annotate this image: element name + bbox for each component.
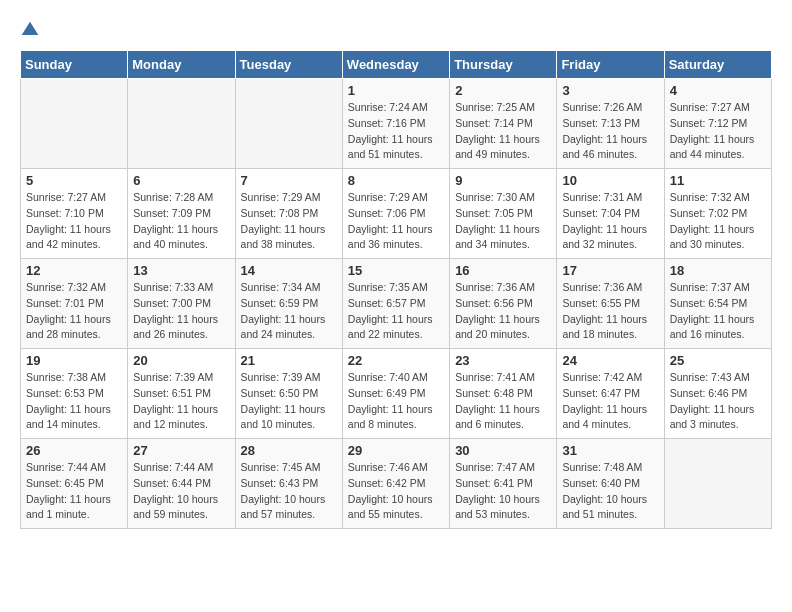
calendar-cell: 11 Sunrise: 7:32 AM Sunset: 7:02 PM Dayl…	[664, 169, 771, 259]
sunset-text: Sunset: 6:44 PM	[133, 477, 211, 489]
day-info: Sunrise: 7:28 AM Sunset: 7:09 PM Dayligh…	[133, 190, 229, 253]
sunrise-text: Sunrise: 7:24 AM	[348, 101, 428, 113]
daylight-text: Daylight: 11 hours and 8 minutes.	[348, 403, 433, 431]
calendar-cell	[664, 439, 771, 529]
weekday-header-wednesday: Wednesday	[342, 51, 449, 79]
day-number: 24	[562, 353, 658, 368]
calendar-cell: 25 Sunrise: 7:43 AM Sunset: 6:46 PM Dayl…	[664, 349, 771, 439]
sunrise-text: Sunrise: 7:43 AM	[670, 371, 750, 383]
sunrise-text: Sunrise: 7:28 AM	[133, 191, 213, 203]
day-number: 31	[562, 443, 658, 458]
day-number: 18	[670, 263, 766, 278]
daylight-text: Daylight: 11 hours and 18 minutes.	[562, 313, 647, 341]
calendar-cell: 30 Sunrise: 7:47 AM Sunset: 6:41 PM Dayl…	[450, 439, 557, 529]
calendar-cell: 19 Sunrise: 7:38 AM Sunset: 6:53 PM Dayl…	[21, 349, 128, 439]
calendar-week-row: 5 Sunrise: 7:27 AM Sunset: 7:10 PM Dayli…	[21, 169, 772, 259]
day-info: Sunrise: 7:34 AM Sunset: 6:59 PM Dayligh…	[241, 280, 337, 343]
sunset-text: Sunset: 6:42 PM	[348, 477, 426, 489]
day-number: 16	[455, 263, 551, 278]
calendar-week-row: 26 Sunrise: 7:44 AM Sunset: 6:45 PM Dayl…	[21, 439, 772, 529]
sunset-text: Sunset: 7:06 PM	[348, 207, 426, 219]
day-info: Sunrise: 7:48 AM Sunset: 6:40 PM Dayligh…	[562, 460, 658, 523]
calendar-cell: 27 Sunrise: 7:44 AM Sunset: 6:44 PM Dayl…	[128, 439, 235, 529]
svg-marker-0	[22, 22, 39, 35]
day-info: Sunrise: 7:41 AM Sunset: 6:48 PM Dayligh…	[455, 370, 551, 433]
daylight-text: Daylight: 11 hours and 30 minutes.	[670, 223, 755, 251]
sunrise-text: Sunrise: 7:35 AM	[348, 281, 428, 293]
calendar-cell: 3 Sunrise: 7:26 AM Sunset: 7:13 PM Dayli…	[557, 79, 664, 169]
day-info: Sunrise: 7:32 AM Sunset: 7:02 PM Dayligh…	[670, 190, 766, 253]
calendar-cell: 5 Sunrise: 7:27 AM Sunset: 7:10 PM Dayli…	[21, 169, 128, 259]
sunrise-text: Sunrise: 7:40 AM	[348, 371, 428, 383]
day-info: Sunrise: 7:29 AM Sunset: 7:08 PM Dayligh…	[241, 190, 337, 253]
daylight-text: Daylight: 11 hours and 16 minutes.	[670, 313, 755, 341]
sunset-text: Sunset: 6:40 PM	[562, 477, 640, 489]
daylight-text: Daylight: 11 hours and 28 minutes.	[26, 313, 111, 341]
daylight-text: Daylight: 11 hours and 6 minutes.	[455, 403, 540, 431]
daylight-text: Daylight: 11 hours and 26 minutes.	[133, 313, 218, 341]
sunrise-text: Sunrise: 7:34 AM	[241, 281, 321, 293]
calendar-cell	[21, 79, 128, 169]
calendar-cell: 9 Sunrise: 7:30 AM Sunset: 7:05 PM Dayli…	[450, 169, 557, 259]
calendar-cell: 4 Sunrise: 7:27 AM Sunset: 7:12 PM Dayli…	[664, 79, 771, 169]
sunset-text: Sunset: 7:02 PM	[670, 207, 748, 219]
day-number: 17	[562, 263, 658, 278]
daylight-text: Daylight: 11 hours and 10 minutes.	[241, 403, 326, 431]
day-number: 13	[133, 263, 229, 278]
daylight-text: Daylight: 11 hours and 3 minutes.	[670, 403, 755, 431]
day-number: 8	[348, 173, 444, 188]
calendar-cell	[235, 79, 342, 169]
calendar-cell: 14 Sunrise: 7:34 AM Sunset: 6:59 PM Dayl…	[235, 259, 342, 349]
day-info: Sunrise: 7:24 AM Sunset: 7:16 PM Dayligh…	[348, 100, 444, 163]
sunset-text: Sunset: 6:41 PM	[455, 477, 533, 489]
sunrise-text: Sunrise: 7:41 AM	[455, 371, 535, 383]
daylight-text: Daylight: 10 hours and 55 minutes.	[348, 493, 433, 521]
daylight-text: Daylight: 10 hours and 59 minutes.	[133, 493, 218, 521]
calendar-cell: 7 Sunrise: 7:29 AM Sunset: 7:08 PM Dayli…	[235, 169, 342, 259]
calendar-cell: 22 Sunrise: 7:40 AM Sunset: 6:49 PM Dayl…	[342, 349, 449, 439]
calendar-cell: 6 Sunrise: 7:28 AM Sunset: 7:09 PM Dayli…	[128, 169, 235, 259]
day-info: Sunrise: 7:27 AM Sunset: 7:10 PM Dayligh…	[26, 190, 122, 253]
sunrise-text: Sunrise: 7:31 AM	[562, 191, 642, 203]
daylight-text: Daylight: 11 hours and 24 minutes.	[241, 313, 326, 341]
sunset-text: Sunset: 6:54 PM	[670, 297, 748, 309]
sunrise-text: Sunrise: 7:32 AM	[26, 281, 106, 293]
daylight-text: Daylight: 11 hours and 20 minutes.	[455, 313, 540, 341]
day-number: 28	[241, 443, 337, 458]
day-number: 15	[348, 263, 444, 278]
day-info: Sunrise: 7:29 AM Sunset: 7:06 PM Dayligh…	[348, 190, 444, 253]
day-number: 25	[670, 353, 766, 368]
day-info: Sunrise: 7:35 AM Sunset: 6:57 PM Dayligh…	[348, 280, 444, 343]
day-info: Sunrise: 7:31 AM Sunset: 7:04 PM Dayligh…	[562, 190, 658, 253]
sunrise-text: Sunrise: 7:32 AM	[670, 191, 750, 203]
sunrise-text: Sunrise: 7:26 AM	[562, 101, 642, 113]
sunrise-text: Sunrise: 7:39 AM	[133, 371, 213, 383]
sunset-text: Sunset: 7:00 PM	[133, 297, 211, 309]
calendar-cell: 10 Sunrise: 7:31 AM Sunset: 7:04 PM Dayl…	[557, 169, 664, 259]
sunrise-text: Sunrise: 7:27 AM	[26, 191, 106, 203]
daylight-text: Daylight: 11 hours and 42 minutes.	[26, 223, 111, 251]
calendar-table: SundayMondayTuesdayWednesdayThursdayFrid…	[20, 50, 772, 529]
day-number: 3	[562, 83, 658, 98]
sunset-text: Sunset: 6:53 PM	[26, 387, 104, 399]
calendar-cell	[128, 79, 235, 169]
day-number: 10	[562, 173, 658, 188]
day-number: 5	[26, 173, 122, 188]
daylight-text: Daylight: 11 hours and 44 minutes.	[670, 133, 755, 161]
sunrise-text: Sunrise: 7:48 AM	[562, 461, 642, 473]
sunrise-text: Sunrise: 7:39 AM	[241, 371, 321, 383]
sunrise-text: Sunrise: 7:30 AM	[455, 191, 535, 203]
day-number: 2	[455, 83, 551, 98]
day-info: Sunrise: 7:33 AM Sunset: 7:00 PM Dayligh…	[133, 280, 229, 343]
sunset-text: Sunset: 6:50 PM	[241, 387, 319, 399]
sunset-text: Sunset: 6:51 PM	[133, 387, 211, 399]
sunrise-text: Sunrise: 7:33 AM	[133, 281, 213, 293]
sunset-text: Sunset: 7:16 PM	[348, 117, 426, 129]
daylight-text: Daylight: 11 hours and 32 minutes.	[562, 223, 647, 251]
calendar-cell: 26 Sunrise: 7:44 AM Sunset: 6:45 PM Dayl…	[21, 439, 128, 529]
sunset-text: Sunset: 7:10 PM	[26, 207, 104, 219]
weekday-header-tuesday: Tuesday	[235, 51, 342, 79]
sunrise-text: Sunrise: 7:47 AM	[455, 461, 535, 473]
day-number: 7	[241, 173, 337, 188]
calendar-week-row: 19 Sunrise: 7:38 AM Sunset: 6:53 PM Dayl…	[21, 349, 772, 439]
